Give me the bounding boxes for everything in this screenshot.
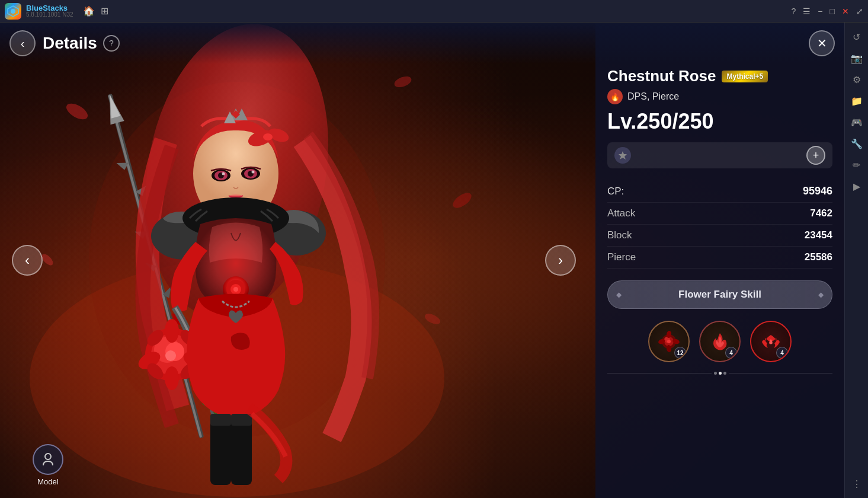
scroll-bar-right	[729, 373, 833, 374]
bluestacks-sidebar: ↺ 📷 ⚙ 📁 🎮 🔧 ✏ ▶ ⋮	[844, 23, 868, 498]
svg-point-46	[165, 366, 179, 390]
scroll-bar-left	[607, 373, 712, 374]
skill-badge-fire1: 4	[725, 347, 737, 359]
game-area: ‹ Details ? ✕ ‹ › Model Chestnut Rose My…	[0, 23, 844, 498]
fairy-skill-label: Flower Fairy Skill	[678, 289, 761, 301]
sidebar-tool-macro[interactable]: ▶	[847, 177, 866, 196]
svg-rect-64	[210, 414, 231, 426]
model-button[interactable]: Model	[33, 444, 63, 486]
scroll-dot-3	[723, 372, 726, 375]
element-type-icon: 🔥	[607, 89, 623, 104]
flower-fairy-skill-button[interactable]: Flower Fairy Skill	[607, 280, 832, 309]
sidebar-tool-build[interactable]: 🔧	[847, 134, 866, 153]
app-version: 5.8.101.1001 N32	[26, 12, 73, 18]
pierce-label: Pierce	[607, 251, 636, 263]
skill-badge-rose: 12	[674, 347, 686, 359]
scroll-dot-1	[714, 372, 717, 375]
model-label: Model	[37, 477, 58, 486]
svg-rect-65	[231, 414, 252, 426]
char-type-row: 🔥 DPS, Pierce	[607, 89, 832, 104]
scroll-indicator	[607, 372, 832, 375]
menu-icon[interactable]: ☰	[803, 7, 811, 16]
stat-row-pierce: Pierce 25586	[607, 247, 832, 269]
skill-bar-icon	[614, 147, 631, 164]
skill-icon-rose: 12	[648, 321, 690, 362]
titlebar-brand: BlueStacks 5.8.101.1001 N32	[26, 4, 73, 18]
sidebar-tool-settings[interactable]: ⚙	[847, 70, 866, 89]
sidebar-tool-refresh[interactable]: ↺	[847, 27, 866, 46]
attack-label: Attack	[607, 208, 635, 219]
back-button[interactable]: ‹	[9, 30, 36, 56]
maximize-icon[interactable]: □	[830, 7, 835, 16]
expand-icon[interactable]: ⤢	[856, 7, 863, 16]
svg-point-75	[667, 340, 671, 343]
block-value: 23454	[805, 229, 832, 241]
help-button[interactable]: ?	[103, 35, 120, 52]
svg-point-67	[393, 74, 413, 89]
svg-point-22	[263, 133, 273, 141]
svg-point-37	[233, 287, 238, 292]
model-icon	[33, 444, 63, 475]
layers-icon[interactable]: ⊞	[101, 5, 108, 17]
character-level: Lv.250/250	[607, 109, 832, 134]
sidebar-tool-more[interactable]: ⋮	[847, 474, 866, 493]
svg-point-70	[423, 312, 441, 327]
scroll-dots	[714, 372, 726, 375]
help-icon[interactable]: ?	[792, 7, 796, 16]
skill-icon-fire2: 4	[750, 321, 792, 362]
sidebar-tool-screenshot[interactable]: 📷	[847, 49, 866, 68]
skill-item-fire1[interactable]: 4	[699, 321, 741, 362]
character-type: DPS, Pierce	[627, 91, 679, 102]
top-nav: ‹ Details ? ✕	[0, 23, 844, 64]
character-info-panel: Chestnut Rose Mythical+5 🔥 DPS, Pierce L…	[595, 23, 844, 498]
close-icon[interactable]: ✕	[842, 7, 849, 16]
stat-row-block: Block 23454	[607, 225, 832, 247]
skill-icons-row: 12 4 4	[607, 321, 832, 362]
sidebar-tool-files[interactable]: 📁	[847, 91, 866, 110]
close-icon: ✕	[817, 36, 827, 50]
cp-label: CP:	[607, 186, 624, 197]
char-name-row: Chestnut Rose Mythical+5	[607, 67, 832, 85]
attack-value: 7462	[810, 208, 832, 219]
bluestacks-logo	[5, 3, 21, 20]
next-character-button[interactable]: ›	[545, 245, 576, 276]
sidebar-tool-gamepad[interactable]: 🎮	[847, 113, 866, 132]
close-button[interactable]: ✕	[809, 30, 835, 56]
rarity-badge[interactable]: Mythical+5	[722, 71, 768, 82]
svg-point-45	[165, 319, 179, 343]
prev-arrow-icon: ‹	[25, 252, 30, 269]
sidebar-tool-edit[interactable]: ✏	[847, 155, 866, 174]
prev-character-button[interactable]: ‹	[12, 245, 43, 276]
page-title: Details	[43, 34, 97, 53]
character-svg	[0, 23, 492, 497]
svg-point-42	[165, 350, 176, 361]
skill-item-fire2[interactable]: 4	[750, 321, 792, 362]
character-name: Chestnut Rose	[607, 67, 716, 85]
titlebar-nav-icons: 🏠 ⊞	[83, 5, 108, 17]
svg-point-1	[11, 9, 15, 14]
stat-row-attack: Attack 7462	[607, 203, 832, 225]
minimize-icon[interactable]: −	[818, 7, 822, 16]
stats-table: CP: 95946 Attack 7462 Block 23454 Pierce…	[607, 180, 832, 269]
pierce-value: 25586	[805, 251, 832, 263]
skill-item-rose[interactable]: 12	[648, 321, 690, 362]
character-art	[0, 23, 569, 498]
svg-point-29	[222, 173, 225, 175]
titlebar-window-controls: ? ☰ − □ ✕ ⤢	[792, 7, 863, 16]
block-label: Block	[607, 229, 632, 241]
next-arrow-icon: ›	[558, 252, 563, 269]
scroll-dot-2	[719, 372, 722, 375]
skill-unlock-bar: +	[607, 142, 832, 168]
svg-point-69	[450, 190, 474, 210]
skill-icon-fire1: 4	[699, 321, 741, 362]
skill-unlock-plus-button[interactable]: +	[806, 146, 825, 165]
home-icon[interactable]: 🏠	[83, 5, 95, 17]
svg-point-30	[252, 171, 255, 174]
help-icon: ?	[109, 39, 114, 48]
back-arrow-icon: ‹	[21, 37, 25, 50]
cp-value: 95946	[803, 185, 832, 197]
stat-row-cp: CP: 95946	[607, 180, 832, 203]
svg-point-66	[64, 100, 91, 122]
svg-point-71	[45, 454, 51, 459]
titlebar: BlueStacks 5.8.101.1001 N32 🏠 ⊞ ? ☰ − □ …	[0, 0, 868, 23]
